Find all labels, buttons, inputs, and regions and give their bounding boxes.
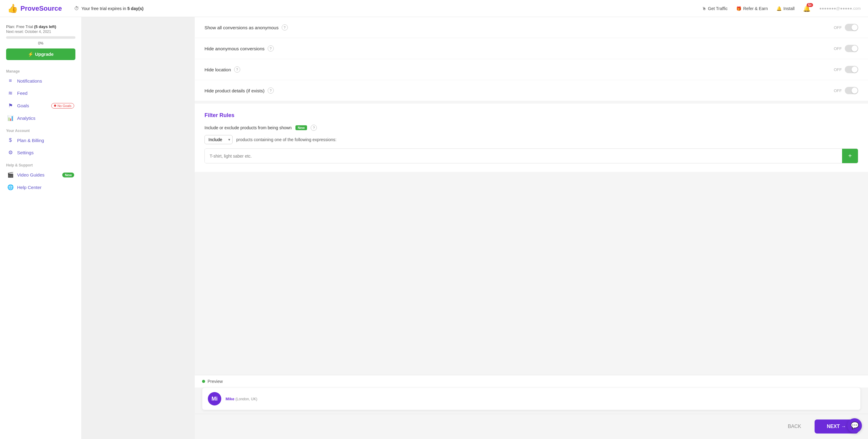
toggle-label-hide-anonymous: Hide anonymous conversions ? — [205, 45, 274, 52]
sidebar-item-label: Video Guides — [17, 172, 59, 177]
help-icon-filter[interactable]: ? — [311, 125, 317, 131]
toggle-row-hide-product: Hide product details (if exists) ? OFF — [195, 80, 868, 101]
toggle-label-anonymous: Show all conversions as anonymous ? — [205, 24, 288, 31]
notification-bell[interactable]: 🔔 5+ — [803, 5, 811, 12]
toggle-knob — [851, 24, 858, 31]
sidebar-item-settings[interactable]: ⚙ Settings — [0, 146, 82, 159]
main-layout: Plan: Free Trial (5 days left) Next rese… — [0, 17, 868, 439]
toggle-hide-product[interactable] — [845, 87, 858, 94]
back-button[interactable]: BACK — [780, 420, 808, 433]
sidebar-item-label: Goals — [17, 103, 48, 108]
filter-input-row: + — [205, 148, 858, 163]
analytics-icon: 📊 — [7, 115, 13, 121]
wizard-left-panel — [82, 17, 195, 439]
filter-title: Filter Rules — [205, 112, 858, 119]
preview-card: Mi Mike (London, UK) — [202, 387, 861, 410]
toggle-hide-location[interactable] — [845, 66, 858, 73]
progress-label: 0% — [6, 41, 75, 45]
sidebar: Plan: Free Trial (5 days left) Next rese… — [0, 17, 82, 439]
toggle-anonymous[interactable] — [845, 24, 858, 31]
help-center-icon: 🌐 — [7, 184, 13, 191]
toggle-wrapper-hide-product: OFF — [834, 87, 858, 94]
goals-icon: ⚑ — [7, 102, 13, 109]
get-traffic-nav[interactable]: 🖱 Get Traffic — [702, 6, 727, 11]
chat-bubble[interactable]: 💬 — [847, 418, 862, 433]
manage-section-label: Manage — [0, 65, 82, 75]
toggle-knob — [851, 66, 858, 73]
chat-icon: 💬 — [850, 421, 859, 430]
toggle-text-hide-location: Hide location — [205, 67, 231, 72]
feed-icon: ≋ — [7, 90, 13, 96]
filter-description-label: Include or exclude products from being s… — [205, 125, 292, 130]
plan-box: Plan: Free Trial (5 days left) Next rese… — [0, 22, 82, 65]
help-section-label: Help & Support — [0, 159, 82, 169]
refer-earn-nav[interactable]: 🎁 Refer & Earn — [736, 6, 768, 11]
toggle-wrapper-hide-anonymous: OFF — [834, 45, 858, 52]
preview-bar: Preview — [195, 375, 868, 387]
preview-label: Preview — [208, 379, 223, 384]
upgrade-button[interactable]: ⚡ Upgrade — [6, 48, 75, 60]
sidebar-item-plan-billing[interactable]: $ Plan & Billing — [0, 134, 82, 146]
help-icon-hide-anonymous[interactable]: ? — [268, 45, 274, 52]
clock-icon: ⏱ — [74, 6, 79, 11]
filter-new-badge: New — [296, 125, 307, 130]
get-traffic-label: Get Traffic — [708, 6, 727, 11]
preview-dot — [202, 380, 205, 383]
sidebar-item-analytics[interactable]: 📊 Analytics — [0, 112, 82, 124]
toggles-section: Show all conversions as anonymous ? OFF — [195, 17, 868, 101]
install-icon: 🔔 — [776, 6, 782, 11]
sidebar-item-label: Feed — [17, 91, 74, 96]
logo[interactable]: 👍 ProveSource — [7, 3, 62, 13]
toggle-off-label: OFF — [834, 46, 842, 51]
install-nav[interactable]: 🔔 Install — [776, 6, 795, 11]
sidebar-item-label: Plan & Billing — [17, 138, 74, 143]
sidebar-item-notifications[interactable]: ≡ Notifications — [0, 75, 82, 87]
filter-rules-section: Filter Rules Include or exclude products… — [195, 104, 868, 172]
toggle-off-label: OFF — [834, 67, 842, 72]
preview-name: Mike — [225, 397, 235, 401]
trial-text: Your free trial expires in 5 day(s) — [82, 6, 144, 11]
sidebar-item-help-center[interactable]: 🌐 Help Center — [0, 181, 82, 194]
dollar-icon: $ — [7, 137, 13, 143]
sidebar-item-goals[interactable]: ⚑ Goals No Goals — [0, 99, 82, 112]
plan-next-reset: Next reset: October 4, 2021 — [6, 30, 75, 34]
help-icon-hide-product[interactable]: ? — [268, 88, 274, 94]
filter-expression-input[interactable] — [205, 149, 842, 163]
filter-expr-label: products containing one of the following… — [236, 137, 336, 142]
plan-text: Plan: Free Trial (5 days left) — [6, 24, 75, 29]
help-icon-anonymous[interactable]: ? — [282, 24, 288, 31]
toggle-knob — [851, 45, 858, 52]
toggle-text-hide-product: Hide product details (if exists) — [205, 88, 265, 93]
wizard-footer: BACK NEXT → — [195, 414, 868, 439]
wizard-right-panel: Show all conversions as anonymous ? OFF — [195, 17, 868, 439]
filter-include-select[interactable]: Include Exclude — [205, 135, 232, 144]
trial-banner: ⏱ Your free trial expires in 5 day(s) — [74, 6, 144, 11]
toggle-row-anonymous: Show all conversions as anonymous ? OFF — [195, 17, 868, 38]
gift-icon: 🎁 — [736, 6, 741, 11]
content-area: Show all conversions as anonymous ? OFF — [82, 17, 868, 439]
no-goals-text: No Goals — [57, 104, 71, 108]
sidebar-item-video-guides[interactable]: 🎬 Video Guides New — [0, 169, 82, 181]
header: 👍 ProveSource ⏱ Your free trial expires … — [0, 0, 868, 17]
refer-earn-label: Refer & Earn — [743, 6, 768, 11]
gear-icon: ⚙ — [7, 149, 13, 156]
sidebar-item-feed[interactable]: ≋ Feed — [0, 87, 82, 99]
sidebar-item-label: Help Center — [17, 185, 74, 190]
toggle-knob — [851, 88, 858, 94]
toggle-label-hide-product: Hide product details (if exists) ? — [205, 88, 274, 94]
video-icon: 🎬 — [7, 172, 13, 178]
help-icon-hide-location[interactable]: ? — [234, 66, 240, 73]
preview-notification-text: Mike (London, UK) — [225, 397, 257, 401]
filter-description-row: Include or exclude products from being s… — [205, 125, 858, 131]
toggle-row-hide-location: Hide location ? OFF — [195, 59, 868, 80]
progress-bar — [6, 36, 75, 39]
cursor-icon: 🖱 — [702, 6, 706, 11]
toggle-hide-anonymous[interactable] — [845, 45, 858, 52]
filter-add-button[interactable]: + — [842, 149, 858, 163]
wizard-main: Show all conversions as anonymous ? OFF — [195, 17, 868, 375]
plus-icon: + — [848, 153, 852, 160]
install-label: Install — [783, 6, 795, 11]
bell-badge: 5+ — [807, 3, 813, 7]
filter-select-wrapper: Include Exclude ▾ — [205, 135, 232, 144]
toggle-text-anonymous: Show all conversions as anonymous — [205, 25, 279, 30]
